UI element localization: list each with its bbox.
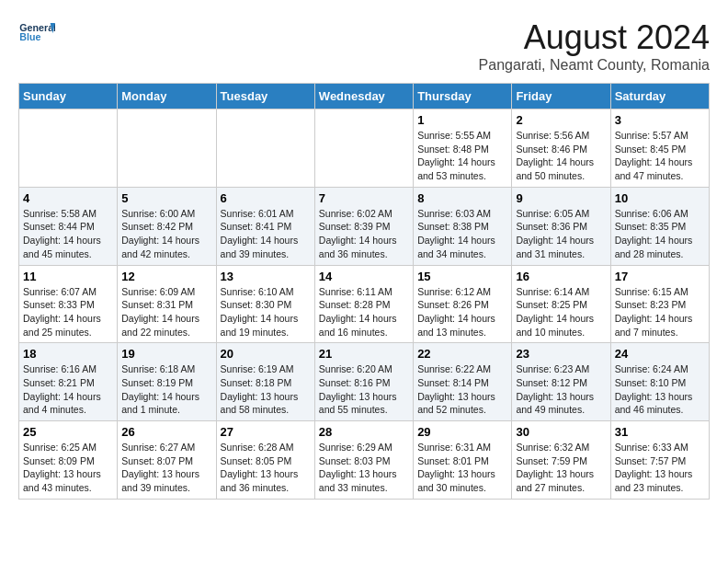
day-number: 31 [615,425,705,439]
calendar-cell: 30Sunrise: 6:32 AMSunset: 7:59 PMDayligh… [512,421,610,500]
day-info: Sunrise: 6:25 AMSunset: 8:09 PMDaylight:… [23,441,113,495]
calendar-cell: 6Sunrise: 6:01 AMSunset: 8:41 PMDaylight… [216,187,314,265]
day-number: 27 [221,425,311,439]
day-number: 15 [417,270,507,283]
day-number: 26 [121,425,211,439]
calendar-cell [19,109,118,188]
calendar-week-4: 18Sunrise: 6:16 AMSunset: 8:21 PMDayligh… [19,343,710,421]
day-info: Sunrise: 6:12 AMSunset: 8:26 PMDaylight:… [417,285,507,339]
calendar-cell: 5Sunrise: 6:00 AMSunset: 8:42 PMDaylight… [118,187,216,265]
calendar-week-5: 25Sunrise: 6:25 AMSunset: 8:09 PMDayligh… [19,421,710,500]
month-year-title: August 2024 [479,18,710,57]
calendar-cell: 7Sunrise: 6:02 AMSunset: 8:39 PMDaylight… [314,187,413,265]
day-info: Sunrise: 6:06 AMSunset: 8:35 PMDaylight:… [615,207,705,261]
day-info: Sunrise: 6:03 AMSunset: 8:38 PMDaylight:… [417,207,507,261]
calendar-cell: 24Sunrise: 6:24 AMSunset: 8:10 PMDayligh… [610,343,709,421]
day-number: 17 [615,270,705,283]
calendar-cell: 19Sunrise: 6:18 AMSunset: 8:19 PMDayligh… [118,343,216,421]
title-block: August 2024 Pangarati, Neamt County, Rom… [479,18,710,74]
day-number: 20 [221,347,311,361]
day-number: 9 [516,191,606,205]
calendar-cell: 17Sunrise: 6:15 AMSunset: 8:23 PMDayligh… [610,265,709,343]
day-number: 19 [121,347,211,361]
day-number: 3 [615,113,705,127]
calendar-cell: 1Sunrise: 5:55 AMSunset: 8:48 PMDaylight… [414,109,512,188]
day-info: Sunrise: 5:58 AMSunset: 8:44 PMDaylight:… [23,207,113,261]
calendar-cell: 27Sunrise: 6:28 AMSunset: 8:05 PMDayligh… [216,421,314,500]
calendar-cell: 2Sunrise: 5:56 AMSunset: 8:46 PMDaylight… [512,109,610,188]
day-info: Sunrise: 6:07 AMSunset: 8:33 PMDaylight:… [23,285,113,339]
calendar-cell: 10Sunrise: 6:06 AMSunset: 8:35 PMDayligh… [610,187,709,265]
calendar-cell: 31Sunrise: 6:33 AMSunset: 7:57 PMDayligh… [610,421,709,500]
calendar-week-2: 4Sunrise: 5:58 AMSunset: 8:44 PMDaylight… [19,187,710,265]
day-number: 14 [319,270,409,283]
day-info: Sunrise: 6:20 AMSunset: 8:16 PMDaylight:… [319,362,409,417]
calendar-cell: 29Sunrise: 6:31 AMSunset: 8:01 PMDayligh… [414,421,512,500]
calendar-cell: 28Sunrise: 6:29 AMSunset: 8:03 PMDayligh… [314,421,413,500]
calendar-header-row: SundayMondayTuesdayWednesdayThursdayFrid… [19,84,710,109]
calendar-cell: 3Sunrise: 5:57 AMSunset: 8:45 PMDaylight… [610,109,709,188]
calendar-cell: 11Sunrise: 6:07 AMSunset: 8:33 PMDayligh… [19,265,118,343]
day-number: 25 [23,425,113,439]
day-number: 30 [516,425,606,439]
day-info: Sunrise: 6:14 AMSunset: 8:25 PMDaylight:… [516,285,606,339]
day-number: 1 [417,113,507,127]
header-friday: Friday [512,84,610,109]
day-info: Sunrise: 5:57 AMSunset: 8:45 PMDaylight:… [615,129,705,183]
calendar-cell [314,109,413,188]
header-thursday: Thursday [414,84,512,109]
calendar-cell: 8Sunrise: 6:03 AMSunset: 8:38 PMDaylight… [414,187,512,265]
day-info: Sunrise: 6:27 AMSunset: 8:07 PMDaylight:… [121,441,211,495]
calendar-cell: 13Sunrise: 6:10 AMSunset: 8:30 PMDayligh… [216,265,314,343]
svg-text:Blue: Blue [19,31,40,42]
day-info: Sunrise: 6:16 AMSunset: 8:21 PMDaylight:… [23,362,113,417]
day-number: 6 [221,191,311,205]
day-info: Sunrise: 6:22 AMSunset: 8:14 PMDaylight:… [417,362,507,417]
day-info: Sunrise: 5:56 AMSunset: 8:46 PMDaylight:… [516,129,606,183]
calendar-cell: 25Sunrise: 6:25 AMSunset: 8:09 PMDayligh… [19,421,118,500]
day-info: Sunrise: 6:00 AMSunset: 8:42 PMDaylight:… [121,207,211,261]
calendar-cell: 9Sunrise: 6:05 AMSunset: 8:36 PMDaylight… [512,187,610,265]
day-number: 24 [615,347,705,361]
day-number: 16 [516,270,606,283]
day-number: 4 [23,191,113,205]
calendar-cell [118,109,216,188]
day-info: Sunrise: 6:10 AMSunset: 8:30 PMDaylight:… [221,285,311,339]
day-number: 11 [23,270,113,283]
logo: General Blue [18,18,55,46]
calendar-cell: 26Sunrise: 6:27 AMSunset: 8:07 PMDayligh… [118,421,216,500]
day-number: 18 [23,347,113,361]
day-number: 13 [221,270,311,283]
calendar-cell: 15Sunrise: 6:12 AMSunset: 8:26 PMDayligh… [414,265,512,343]
day-number: 7 [319,191,409,205]
day-number: 29 [417,425,507,439]
day-info: Sunrise: 6:15 AMSunset: 8:23 PMDaylight:… [615,285,705,339]
day-number: 12 [121,270,211,283]
calendar-cell [216,109,314,188]
calendar-cell: 16Sunrise: 6:14 AMSunset: 8:25 PMDayligh… [512,265,610,343]
day-info: Sunrise: 6:09 AMSunset: 8:31 PMDaylight:… [121,285,211,339]
day-info: Sunrise: 6:11 AMSunset: 8:28 PMDaylight:… [319,285,409,339]
header-saturday: Saturday [610,84,709,109]
day-info: Sunrise: 6:18 AMSunset: 8:19 PMDaylight:… [121,362,211,417]
day-number: 22 [417,347,507,361]
day-info: Sunrise: 6:19 AMSunset: 8:18 PMDaylight:… [221,362,311,417]
day-number: 21 [319,347,409,361]
calendar-table: SundayMondayTuesdayWednesdayThursdayFrid… [18,83,710,500]
day-number: 2 [516,113,606,127]
calendar-cell: 23Sunrise: 6:23 AMSunset: 8:12 PMDayligh… [512,343,610,421]
calendar-cell: 12Sunrise: 6:09 AMSunset: 8:31 PMDayligh… [118,265,216,343]
calendar-cell: 14Sunrise: 6:11 AMSunset: 8:28 PMDayligh… [314,265,413,343]
location-subtitle: Pangarati, Neamt County, Romania [479,57,710,74]
calendar-cell: 4Sunrise: 5:58 AMSunset: 8:44 PMDaylight… [19,187,118,265]
header-tuesday: Tuesday [216,84,314,109]
calendar-week-3: 11Sunrise: 6:07 AMSunset: 8:33 PMDayligh… [19,265,710,343]
day-info: Sunrise: 6:29 AMSunset: 8:03 PMDaylight:… [319,441,409,495]
day-info: Sunrise: 6:33 AMSunset: 7:57 PMDaylight:… [615,441,705,495]
calendar-cell: 20Sunrise: 6:19 AMSunset: 8:18 PMDayligh… [216,343,314,421]
calendar-week-1: 1Sunrise: 5:55 AMSunset: 8:48 PMDaylight… [19,109,710,188]
day-info: Sunrise: 6:31 AMSunset: 8:01 PMDaylight:… [417,441,507,495]
day-info: Sunrise: 6:32 AMSunset: 7:59 PMDaylight:… [516,441,606,495]
day-number: 23 [516,347,606,361]
day-info: Sunrise: 5:55 AMSunset: 8:48 PMDaylight:… [417,129,507,183]
